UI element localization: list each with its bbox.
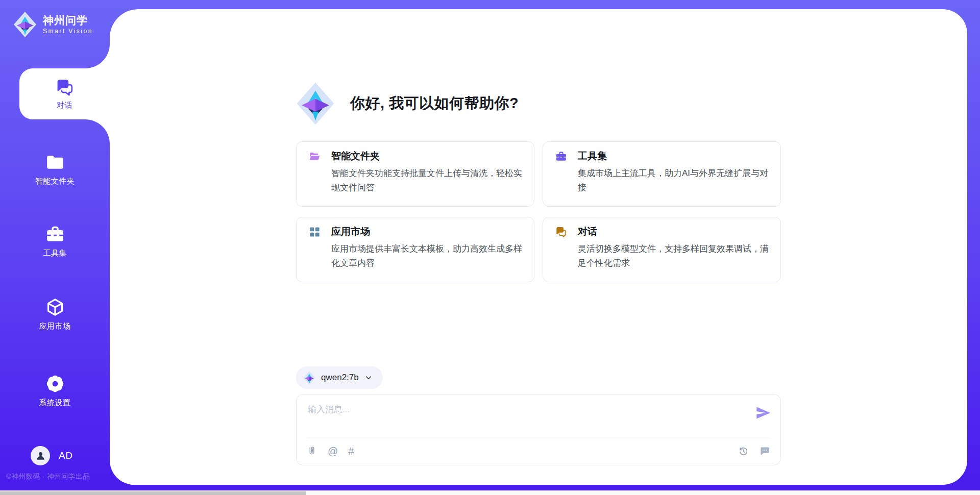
sidebar-item-label: 对话 [57, 101, 72, 110]
message-input[interactable] [307, 403, 738, 435]
cube-icon [45, 298, 65, 317]
history-icon[interactable] [738, 446, 749, 457]
gear-icon [45, 374, 65, 393]
sidebar-item-label: 系统设置 [39, 398, 71, 408]
copyright-text: ©神州数码 · 神州问学出品 [6, 472, 90, 481]
card-description: 智能文件夹功能支持批量文件上传与清洗，轻松实现文件问答 [331, 166, 524, 195]
greeting-row: 你好, 我可以如何帮助你? [296, 82, 781, 126]
horizontal-scrollbar[interactable] [0, 490, 980, 495]
user-account[interactable]: AD [31, 446, 72, 465]
message-composer: @ # [296, 394, 781, 465]
sidebar-item-settings[interactable]: 系统设置 [0, 374, 110, 408]
greeting-text: 你好, 我可以如何帮助你? [350, 93, 519, 114]
card-smart-folder[interactable]: 智能文件夹 智能文件夹功能支持批量文件上传与清洗，轻松实现文件问答 [296, 141, 534, 207]
person-icon [35, 450, 46, 462]
card-description: 灵活切换多模型文件，支持多样回复效果调试，满足个性化需求 [578, 242, 770, 270]
toolbox-icon [45, 225, 65, 244]
chevron-down-icon [364, 374, 373, 382]
sidebar-item-smart-folder[interactable]: 智能文件夹 [0, 153, 110, 186]
model-name: qwen2:7b [321, 373, 359, 383]
send-icon[interactable] [755, 405, 771, 421]
card-title: 对话 [578, 225, 597, 238]
card-chat[interactable]: 对话 灵活切换多模型文件，支持多样回复效果调试，满足个性化需求 [543, 217, 781, 282]
sidebar-item-app-market[interactable]: 应用市场 [0, 298, 110, 331]
card-description: 集成市场上主流工具，助力AI与外界无缝扩展与对接 [578, 166, 770, 195]
active-tab-bottom-fillet [85, 119, 110, 144]
main-content: 你好, 我可以如何帮助你? 智能文件夹 智能文件夹功能支持批量文件上传与清洗，轻… [296, 9, 781, 465]
feature-cards: 智能文件夹 智能文件夹功能支持批量文件上传与清洗，轻松实现文件问答 工具集 集成… [296, 141, 781, 282]
folder-icon [45, 153, 65, 172]
chat-icon [555, 226, 567, 238]
horizontal-scrollbar-thumb[interactable] [0, 491, 306, 495]
toolbox-icon [555, 151, 567, 162]
brand-subtitle: Smart Vision [43, 28, 93, 35]
sidebar-item-label: 工具集 [43, 249, 67, 258]
hash-icon[interactable]: # [348, 446, 354, 456]
brand-logo-block: 神州问学 Smart Vision [13, 11, 93, 38]
composer-toolbar: @ # [297, 437, 780, 465]
chat-icon [56, 78, 74, 96]
model-diamond-icon [303, 371, 315, 385]
card-title: 应用市场 [331, 225, 370, 238]
card-title: 工具集 [578, 150, 607, 163]
card-title: 智能文件夹 [331, 150, 380, 163]
main-panel: 你好, 我可以如何帮助你? 智能文件夹 智能文件夹功能支持批量文件上传与清洗，轻… [110, 9, 967, 485]
sidebar: 神州问学 Smart Vision 对话 智能文件夹 工具集 应用市场 系统设置… [0, 0, 110, 495]
card-toolset[interactable]: 工具集 集成市场上主流工具，助力AI与外界无缝扩展与对接 [543, 141, 781, 207]
brand-name: 神州问学 [43, 14, 93, 27]
grid-icon [309, 226, 321, 238]
card-description: 应用市场提供丰富长文本模板，助力高效生成多样化文章内容 [331, 242, 524, 270]
sidebar-item-toolset[interactable]: 工具集 [0, 225, 110, 258]
model-selector[interactable]: qwen2:7b [296, 366, 383, 389]
sidebar-item-label: 智能文件夹 [35, 177, 75, 186]
active-tab-top-fillet [85, 44, 110, 68]
at-icon[interactable]: @ [328, 446, 338, 456]
avatar [31, 446, 50, 465]
assistant-diamond-icon [296, 82, 335, 126]
paperclip-icon[interactable] [307, 446, 317, 457]
folder-open-icon [309, 151, 321, 162]
sidebar-item-label: 应用市场 [39, 321, 71, 331]
brand-diamond-icon [13, 11, 37, 38]
chat-bubble-icon[interactable] [759, 445, 770, 457]
user-name: AD [59, 450, 72, 461]
sidebar-item-chat[interactable]: 对话 [19, 68, 110, 119]
card-app-market[interactable]: 应用市场 应用市场提供丰富长文本模板，助力高效生成多样化文章内容 [296, 217, 534, 282]
